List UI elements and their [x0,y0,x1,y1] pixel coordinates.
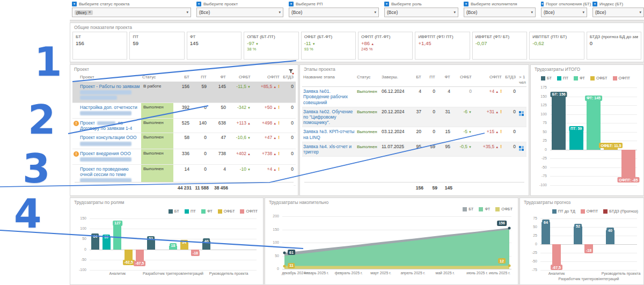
x-axis-label: Руководитель проекта [209,272,248,275]
project-link[interactable]: Настройка доп. отчетности [80,105,137,110]
legend-item: БТДЗ (Прогноз) [603,209,638,214]
legend-item: БТ [541,76,552,81]
x-axis-label: Аналитик [548,272,565,275]
bar-ФТ[interactable] [113,223,121,250]
column-header: Статус [141,73,173,82]
chart-totals-panel: Трудозатраты ИТОГО БТПТФТОФБТОФПТ1751501… [530,64,644,196]
bar-ОФПТ[interactable] [552,244,561,267]
table-row[interactable]: Заявка №02. Обучение по "Цифровому помощ… [302,107,526,128]
slicer-dropdown[interactable]: (Все)▾ [464,8,536,17]
table-row[interactable]: Настройка доп. отчетностиВыполнен392050-… [72,103,296,119]
y-axis-tick: 50 [533,130,547,134]
kpi-panel: Общие показатели проекта БТ156ПТ59ФТ145О… [70,23,644,62]
data-point [508,265,511,267]
kpi-label: ИВПТБТ (ПТ/ БТ) [532,34,581,39]
chevron-down-icon: ▾ [531,10,533,14]
table-row[interactable]: Заявка №01. Проведение рабочих совещаний… [302,87,526,107]
y-axis-tick: -50 [72,258,86,261]
bar-ОФПТ[interactable] [621,150,635,180]
table-row[interactable]: Проект - Работы по заявкамВ работе156591… [72,82,296,103]
slicer-label-text: Индекс (БТ) [599,2,623,6]
kpi-card: ИВПТБТ (ПТ/ БТ)-0,62 [529,32,584,60]
x-axis-label: март 2025 г. [370,271,391,275]
chart-forecast-panel: Трудозатраты прогноз ПТ до ТДОФПТБТДЗ (П… [519,198,644,285]
kpi-label: БТДЗ (прогноз БД до заве... [590,34,638,39]
kpi-card: ПТ59 [129,32,184,60]
redacted-text [80,157,131,162]
y-axis-tick: 0 [72,247,86,251]
project-table: ПроектСтатусБТПТФТОФБТОФПТБТДЗПроект - Р… [72,73,296,194]
chevron-down-icon: ▾ [639,10,641,14]
slicer-dropdown[interactable]: (Все)▾ [592,8,644,17]
slicer-label-text: Выберите статус проекта [79,2,129,6]
stage-link[interactable]: Заявка №01. Проведение рабочих совещаний [303,89,348,105]
column-header: БТДЗ [504,73,518,86]
bar-ПТ[interactable] [569,129,583,150]
annotation-number-3: 3 [23,149,50,188]
bar-label: 52 [574,224,582,229]
slicer-dropdown[interactable]: (Все)▾ [541,8,587,17]
kpi-card: БТДЗ (прогноз БД до заве...0 [587,32,641,60]
selected-value-chip: (Все)✕ [75,10,93,15]
table-row[interactable]: Проект консультации ОООВыполнен58047-10,… [72,133,296,149]
project-table-title: Проект [74,67,89,72]
slicer-label-text: Выберите проект [203,2,238,6]
bar-БТ[interactable] [552,94,566,150]
kpi-sub-value: 93 % [304,47,353,52]
bar-label: -18 [191,251,200,256]
chart-legend: БТПТФТОФБТОФПТ [72,209,258,214]
redacted-text [80,142,131,146]
slicer-dropdown[interactable]: (Все)▾ [289,8,379,17]
kpi-card: ИВФТПТ (ФТ/ ПТ)+1,45 [415,32,470,60]
slicer-dropdown[interactable]: (Все)▾ [196,8,283,17]
slicer-dropdown[interactable]: (Все)✕▾ [72,8,191,17]
bar-label: -67,5 [551,265,562,270]
slicer-dropdown-icon: ▼ [196,2,201,6]
slicer-label-text: Выберите исполнителя [471,2,517,6]
column-header: > 1 чел [518,73,526,86]
y-axis-tick: -100 [72,268,86,272]
slicer-value: (Все) [199,10,210,15]
stages-table: Название этапаСтатусЗаверш.БТПТФТОФБТОФП… [302,73,526,194]
annotation-number-4: 4 [14,194,42,233]
bar-ФТ[interactable] [587,98,601,150]
slicer-7: ▼Индекс (БТ)(Все)▾ [592,2,644,18]
bar-label: 64 [91,233,99,239]
status-badge: Выполнен [141,103,173,118]
y-axis-tick: -25 [522,251,537,254]
project-link[interactable]: Проект по Договору по заявкам 1-4 [80,120,132,131]
bar-ПТ до ТД[interactable] [541,222,550,244]
x-axis-label: апрель 2025 г. [400,271,425,275]
kpi-card: ФТ145 [187,32,241,60]
redacted-text [80,90,131,94]
remove-chip-icon[interactable]: ✕ [88,10,91,14]
bar-label: 18 [170,243,177,249]
stage-link[interactable]: Заявка №3. КРП-отчеты на LINQ [303,129,354,140]
annotation-number-2: 2 [28,100,56,140]
slicer-dropdown-icon: ▼ [464,2,469,6]
slicer-value: (Все) [387,10,398,15]
table-row[interactable]: Заявка №4. xls-отчет и триггерВыполнен11… [302,142,526,157]
project-link[interactable]: Проект внедрения ООО [80,151,131,156]
slicer-value: (Все) [595,10,606,15]
project-link[interactable]: Проект консультации ООО [80,135,137,140]
table-row[interactable]: !Проект по Договору по заявкам 1-4Выполн… [72,119,296,133]
legend-item: ОФПТ [240,209,258,214]
stage-link[interactable]: Заявка №4. xls-отчет и триггер [303,144,352,155]
chart-roles-panel: Трудозатраты по ролям БТПТФТОФБТОФПТ1501… [70,198,264,285]
y-axis-tick: 75 [533,121,547,125]
stage-link[interactable]: Заявка №02. Обучение по "Цифровому помощ… [303,109,353,125]
table-row[interactable]: Заявка №3. КРП-отчеты на LINQВыполнен03.… [302,127,526,142]
x-axis-label: Разработчик триггеров/интеграций [143,272,203,275]
kpi-label: БТ [76,34,124,39]
legend-item: ФТ [201,209,213,214]
slicer-label-text: Порог отклонения (БТ) [546,2,591,6]
project-link[interactable]: Проект - Работы по заявкам [80,84,140,89]
slicer-dropdown[interactable]: (Все)▾ [384,8,458,17]
slicer-5: ▼Выберите исполнителя(Все)▾ [464,2,536,18]
project-link[interactable]: Проект по проведению очной сессии по тем… [80,166,129,177]
y-axis-tick: 75 [522,216,537,220]
table-row[interactable]: !Проект внедрения ОООВыполнен3360738+402… [72,149,296,165]
bar-label: ОФПТ: -85 [617,177,639,182]
column-header: ОФБТ [452,73,474,86]
